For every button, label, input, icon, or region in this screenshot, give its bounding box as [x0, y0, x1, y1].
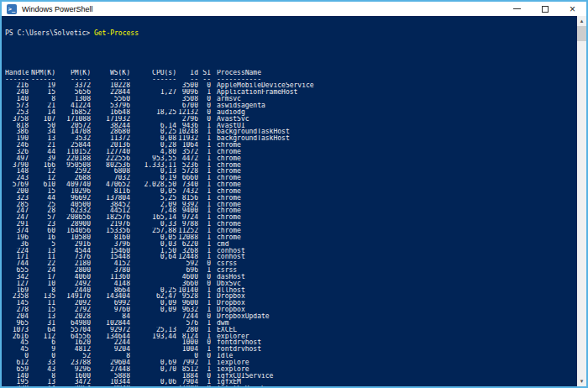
- process-row-cell: 195: [5, 379, 29, 385]
- process-row-cell: 165,14: [130, 214, 176, 221]
- process-row-cell: 8512: [176, 366, 198, 373]
- process-row-cell: 11360: [91, 274, 130, 281]
- process-row-cell: Dropbox: [211, 307, 577, 313]
- scrollbar[interactable]: ▴ ▾: [577, 16, 586, 386]
- process-row-cell: 39: [29, 155, 55, 162]
- process-row-cell: 1: [198, 366, 211, 373]
- scroll-up-icon[interactable]: ▴: [577, 16, 586, 26]
- process-row-cell: dwm: [211, 320, 577, 327]
- process-row-cell: 655: [5, 267, 29, 274]
- process-row: 0052800Idle: [5, 353, 577, 359]
- process-row-cell: [130, 353, 176, 359]
- titlebar[interactable]: >_ Windows PowerShell ×: [2, 2, 586, 16]
- process-row: 4594812920410041fontdrvhost: [5, 346, 577, 353]
- process-row-cell: 220188: [55, 155, 91, 162]
- process-row-cell: 592: [176, 260, 198, 267]
- process-row-cell: 2092: [55, 300, 91, 307]
- process-row-cell: 96692: [55, 195, 91, 202]
- process-row-cell: 8: [91, 353, 130, 359]
- blank-line: [5, 50, 577, 56]
- process-row: 14081308556035080armsvc: [5, 96, 577, 102]
- process-row: 2161933721022835000AppleMobileDeviceServ…: [5, 82, 577, 89]
- process-row: 32344966921378045,2581561chrome: [5, 195, 577, 202]
- table-header-row-cell: Id: [176, 70, 198, 76]
- process-row-cell: audiodg: [211, 109, 577, 116]
- scrollbar-thumb[interactable]: [577, 26, 586, 41]
- close-button[interactable]: ×: [559, 2, 586, 16]
- process-row-cell: 10: [29, 281, 55, 287]
- process-row-cell: 953,55: [130, 155, 176, 162]
- process-row-cell: 0: [198, 96, 211, 102]
- process-row-cell: 0: [198, 339, 211, 346]
- process-row-cell: 41224: [55, 102, 91, 109]
- process-row: 49739220188222556953,5544721chrome: [5, 155, 577, 162]
- process-row-cell: 7032: [91, 175, 130, 181]
- process-row-cell: Idle: [211, 353, 577, 359]
- scroll-down-icon[interactable]: ▾: [577, 376, 586, 386]
- process-row-cell: 9296: [55, 366, 91, 373]
- process-row: 659439296274480,7085121iexplore: [5, 366, 577, 373]
- table-header-row-cell: PM(K): [55, 70, 91, 76]
- process-row-cell: 1: [198, 149, 211, 155]
- process-row-cell: 1: [198, 320, 211, 327]
- process-row-cell: 44: [29, 149, 55, 155]
- process-row-cell: 1: [198, 89, 211, 96]
- process-row: 2472862332445127,4894001chrome: [5, 207, 577, 214]
- process-row-cell: 1: [198, 214, 211, 221]
- process-row-cell: 3660: [176, 281, 198, 287]
- process-row-cell: conhost: [211, 254, 577, 260]
- powershell-icon: >_: [7, 4, 17, 14]
- process-row-cell: 12132: [176, 109, 198, 116]
- process-row-cell: backgroundTaskHost: [211, 128, 577, 135]
- process-row-cell: 45: [5, 346, 29, 353]
- process-row-cell: csrss: [211, 267, 577, 274]
- process-row-cell: 190: [5, 135, 29, 142]
- process-row-cell: 3790: [5, 162, 29, 169]
- process-row-cell: 64980: [55, 320, 91, 327]
- process-row-cell: 200: [5, 188, 29, 195]
- process-row-cell: aswidsagenta: [211, 102, 577, 109]
- process-row: 3421740601136046000dasHost: [5, 274, 577, 281]
- process-row-cell: 25844: [55, 142, 91, 149]
- process-row-cell: 6: [29, 339, 55, 346]
- console-output[interactable]: PS C:\Users\Solvetic> Get-Process Handle…: [2, 16, 577, 386]
- process-row-cell: 6992: [91, 300, 130, 307]
- maximize-button[interactable]: [531, 2, 559, 16]
- process-row-cell: 9204: [91, 346, 130, 353]
- minimize-button[interactable]: [503, 2, 531, 16]
- process-row-cell: 386: [5, 128, 29, 135]
- process-row-cell: 9600: [176, 300, 198, 307]
- process-row-cell: 171088: [55, 116, 91, 123]
- process-row-cell: 9096: [176, 89, 198, 96]
- process-row-cell: 140: [5, 373, 29, 380]
- process-row-cell: 15460: [91, 248, 130, 254]
- process-row-cell: 196: [5, 234, 29, 241]
- process-row-cell: 4,80: [130, 149, 176, 155]
- table-header-row: HandlesNPM(K)PM(K)WS(K)CPU(s)IdSIProcess…: [5, 70, 577, 76]
- process-row-cell: 9: [29, 346, 55, 353]
- process-row-cell: 57: [29, 214, 55, 221]
- table-underline-row: ----------------------------------------…: [5, 76, 577, 83]
- process-row-cell: 164056: [55, 228, 91, 234]
- process-row-cell: 169: [5, 287, 29, 294]
- process-row-cell: 610: [29, 181, 55, 188]
- process-row-cell: chrome: [211, 228, 577, 234]
- process-row-cell: 497: [5, 155, 29, 162]
- process-row-cell: 53796: [91, 102, 130, 109]
- process-row-cell: 4060: [55, 274, 91, 281]
- process-row-cell: 0,08: [130, 135, 176, 142]
- process-row-cell: 18,25: [130, 109, 176, 116]
- process-row-cell: 4544: [55, 248, 91, 254]
- process-row-cell: 11: [29, 254, 55, 260]
- process-row-cell: [130, 96, 176, 102]
- table-underline-row-cell: --: [198, 76, 211, 83]
- process-row-cell: 5888: [91, 373, 130, 380]
- process-row-cell: 2800: [55, 267, 91, 274]
- process-row-cell: 9400: [176, 207, 198, 214]
- process-row-cell: 3372: [55, 82, 91, 89]
- process-row-cell: 253: [5, 109, 29, 116]
- process-row-cell: 7244: [176, 313, 198, 320]
- process-row-cell: 12088: [176, 234, 198, 241]
- process-row-cell: 1: [198, 162, 211, 169]
- process-row-cell: 24: [29, 267, 55, 274]
